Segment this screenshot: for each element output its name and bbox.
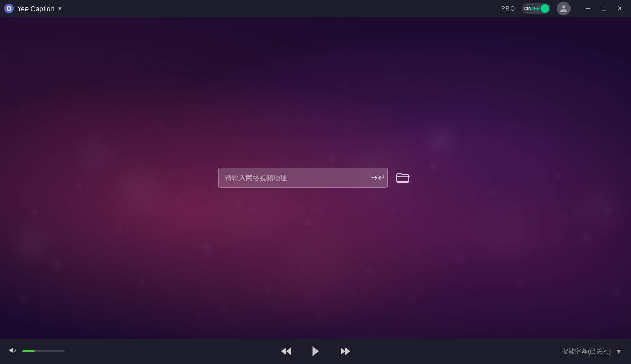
titlebar-right: PRO ON OFF ─ □ ✕ [501,2,627,15]
bokeh-glow [118,169,160,212]
main-content: ↵ [0,17,631,339]
bokeh-circle [391,208,396,213]
bokeh-circle [517,278,526,286]
bokeh-circle [328,156,334,162]
bokeh-circle [284,104,287,107]
bottombar: 智能字幕(已关闭) ▼ [0,339,631,364]
bokeh-circle [76,184,81,189]
svg-marker-4 [312,346,319,356]
svg-marker-5 [341,348,345,355]
bokeh-circle [454,253,465,264]
app-title: Yee Caption [17,5,54,13]
rewind-button[interactable] [278,343,295,360]
toggle-off-text: OFF [530,6,540,11]
caption-status-label[interactable]: 智能字幕(已关闭) [562,347,611,356]
url-input-wrapper: ↵ [218,168,388,188]
app-logo [4,4,14,13]
caption-chevron-icon[interactable]: ▼ [615,347,623,356]
titlebar: Yee Caption ▼ PRO ON OFF ─ □ ✕ [0,0,631,17]
bokeh-glow [581,189,618,227]
bokeh-circle [366,267,376,276]
playback-controls [278,343,354,360]
bokeh-circle [303,218,312,227]
maximize-button[interactable]: □ [597,3,611,14]
user-avatar[interactable] [557,2,571,15]
bokeh-circle [429,163,437,170]
bokeh-circle [410,294,418,302]
bokeh-circle [50,260,62,272]
svg-marker-6 [345,348,350,355]
bokeh-glow [428,125,455,152]
volume-section [8,345,83,357]
pro-toggle[interactable]: ON OFF [522,3,550,14]
toggle-thumb [541,4,549,13]
open-folder-button[interactable] [393,168,413,188]
volume-icon[interactable] [8,345,18,357]
bokeh-circle [19,294,28,303]
bokeh-circle [139,278,145,284]
play-button[interactable] [307,343,324,360]
svg-marker-2 [286,348,291,355]
bokeh-glow [478,198,531,252]
fast-forward-button[interactable] [337,343,354,360]
input-area: ↵ [218,168,413,188]
bokeh-circle [316,312,321,317]
svg-marker-1 [10,348,13,353]
bokeh-circle [177,197,181,202]
url-input[interactable] [218,168,388,188]
titlebar-left: Yee Caption ▼ [4,4,63,13]
bokeh-glow [287,231,345,289]
volume-fill [22,350,35,352]
window-controls: ─ □ ✕ [581,3,627,14]
svg-marker-3 [281,348,286,355]
bokeh-circle [537,138,544,146]
minimize-button[interactable]: ─ [581,3,595,14]
app-logo-inner [7,6,11,11]
volume-slider[interactable] [22,350,65,352]
bottom-right: 智能字幕(已关闭) ▼ [562,347,623,356]
bokeh-circle [473,114,478,118]
menu-dropdown-icon[interactable]: ▼ [57,6,63,12]
close-button[interactable]: ✕ [613,3,627,14]
pro-label: PRO [501,5,515,12]
svg-point-0 [562,5,565,8]
url-submit-button[interactable]: ↵ [371,170,386,185]
bokeh-glow [77,138,112,173]
bokeh-circle [221,305,227,311]
